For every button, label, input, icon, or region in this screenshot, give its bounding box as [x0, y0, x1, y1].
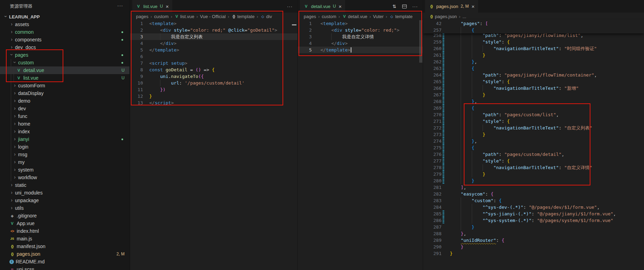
code-line-262[interactable]: 262},: [423, 58, 644, 65]
code-line-281[interactable]: 281],: [423, 184, 644, 191]
tree-item-LEARUN_APP[interactable]: ›LEARUN_APP: [0, 13, 129, 21]
scrollbar[interactable]: [419, 20, 422, 63]
code-line-289[interactable]: 289"uniIdRouter": {: [423, 237, 644, 244]
tab[interactable]: {}pages.json2, M×: [425, 0, 478, 13]
tree-item-unpackage[interactable]: ›unpackage: [0, 197, 129, 204]
tree-item-manifest.json[interactable]: {}manifest.json: [0, 243, 129, 250]
code-line-10[interactable]: 10url: '/pages/custom/detail': [130, 80, 297, 86]
code-line-11[interactable]: 11}): [130, 86, 297, 93]
breadcrumb-item[interactable]: {}template: [231, 14, 255, 19]
tree-item-dev[interactable]: ›dev: [0, 105, 129, 112]
code-line-13[interactable]: 13</script>: [130, 100, 297, 106]
code-line-4[interactable]: 4</div>: [298, 40, 423, 47]
code-area[interactable]: 1<template>2<div style="color: red;">3我是…: [298, 20, 423, 270]
code-line-291[interactable]: 291}: [423, 250, 644, 257]
close-icon[interactable]: ×: [166, 4, 169, 9]
code-line-280[interactable]: 280}: [423, 177, 644, 184]
code-line-272[interactable]: 272"navigationBarTitleText": "自定义列表": [423, 125, 644, 131]
breadcrumb-item[interactable]: Vue - Official: [200, 14, 226, 19]
code-line-270[interactable]: 270"path": "pages/custom/list",: [423, 111, 644, 118]
breadcrumb-item[interactable]: custom: [154, 14, 169, 19]
breadcrumb-item[interactable]: pages: [136, 14, 148, 19]
tree-item-index[interactable]: ›index: [0, 128, 129, 135]
tree-item-jianyi[interactable]: ›jianyi: [0, 135, 129, 143]
tree-item-utils[interactable]: ›utils: [0, 204, 129, 212]
tree-item-uni_modules[interactable]: ›uni_modules: [0, 189, 129, 197]
code-line-265[interactable]: 265"style": {: [423, 78, 644, 85]
tree-item-README.md[interactable]: iREADME.md: [0, 258, 129, 265]
tree-item-main.js[interactable]: JSmain.js: [0, 235, 129, 243]
code-line-1[interactable]: 1<template>: [130, 20, 297, 27]
tree-item-list.vue[interactable]: Vlist.vueU: [0, 74, 129, 82]
code-line-264[interactable]: 264"path": "pages/jianyi/flowTime/contai…: [423, 72, 644, 78]
tree-item-login[interactable]: ›login: [0, 143, 129, 151]
tree-item-assets[interactable]: ›assets: [0, 21, 129, 28]
code-line-288[interactable]: 288},: [423, 230, 644, 237]
breadcrumb-item[interactable]: pages: [304, 14, 316, 19]
code-line-267[interactable]: 267}: [423, 92, 644, 98]
tree-item-index.html[interactable]: <>index.html: [0, 227, 129, 235]
tree-item-customForm[interactable]: ›customForm: [0, 82, 129, 89]
code-line-257[interactable]: 257{: [423, 27, 644, 33]
code-line-287[interactable]: 287}: [423, 224, 644, 230]
tree-item-.gitignore[interactable]: ◆.gitignore: [0, 212, 129, 220]
close-icon[interactable]: ×: [339, 4, 342, 9]
code-line-5[interactable]: 5</template>: [298, 47, 423, 53]
code-line-2[interactable]: 2<div style="color: red;" @click="goDeta…: [130, 27, 297, 33]
code-line-42[interactable]: 42"pages": [: [423, 20, 644, 27]
code-line-2[interactable]: 2<div style="color: red;">: [298, 27, 423, 33]
tree-item-dev_docs[interactable]: ›dev_docs: [0, 43, 129, 51]
code-line-3[interactable]: 3我是自定义列表: [130, 33, 297, 40]
code-line-283[interactable]: 283"custom": {: [423, 197, 644, 204]
code-line-275[interactable]: 275{: [423, 144, 644, 151]
code-line-279[interactable]: 279}: [423, 171, 644, 177]
tree-item-common[interactable]: ›common: [0, 28, 129, 36]
code-line-276[interactable]: 276"path": "pages/custom/detail",: [423, 151, 644, 158]
breadcrumb-item[interactable]: ◇div: [260, 14, 272, 19]
code-line-278[interactable]: 278"navigationBarTitleText": "自定义详情": [423, 164, 644, 171]
code-line-277[interactable]: 277"style": {: [423, 158, 644, 164]
code-line-1[interactable]: 1<template>: [298, 20, 423, 27]
more-icon[interactable]: ···: [412, 4, 418, 9]
breadcrumb-item[interactable]: Vlist.vue: [174, 14, 194, 19]
compare-icon[interactable]: ⇅: [392, 4, 397, 9]
code-line-268[interactable]: 268},: [423, 98, 644, 105]
code-area[interactable]: 1<template>2<div style="color: red;" @cl…: [130, 20, 297, 270]
code-line-12[interactable]: 12}: [130, 93, 297, 100]
tree-item-func[interactable]: ›func: [0, 112, 129, 120]
tree-item-static[interactable]: ›static: [0, 181, 129, 189]
code-line-284[interactable]: 284"^sys-dev-(.*)": "@/pages/dev/$1/form…: [423, 204, 644, 211]
code-line-260[interactable]: 260"navigationBarTitleText": "时间组件验证": [423, 45, 644, 52]
breadcrumb-item[interactable]: Vuter: [373, 14, 384, 19]
breadcrumb-item[interactable]: ...: [462, 14, 466, 19]
code-line-274[interactable]: 274},: [423, 138, 644, 144]
code-line-269[interactable]: 269{: [423, 105, 644, 111]
code-line-273[interactable]: 273}: [423, 131, 644, 138]
code-line-259[interactable]: 259"style": {: [423, 39, 644, 45]
code-line-266[interactable]: 266"navigationBarTitleText": "新增": [423, 85, 644, 92]
tree-item-components[interactable]: ›components: [0, 36, 129, 43]
code-line-286[interactable]: 286"^sys-system-(.*)": "@/pages/system/$…: [423, 217, 644, 224]
breadcrumb-item[interactable]: Vdetail.vue: [342, 14, 367, 19]
code-line-290[interactable]: 290}: [423, 244, 644, 250]
breadcrumb-item[interactable]: {}pages.json: [429, 14, 457, 19]
tree-item-custom[interactable]: ›custom: [0, 59, 129, 66]
code-line-3[interactable]: 3我是自定义详情: [298, 33, 423, 40]
tree-item-system[interactable]: ›system: [0, 166, 129, 174]
code-line-263[interactable]: 263{: [423, 65, 644, 72]
tree-item-home[interactable]: ›home: [0, 120, 129, 128]
tree-item-uni.scss[interactable]: ≈uni.scss: [0, 265, 129, 270]
tab[interactable]: Vdetail.vueU×: [300, 0, 345, 13]
tree-item-detail.vue[interactable]: Vdetail.vueU: [0, 66, 129, 74]
code-line-7[interactable]: 7<script setup>: [130, 60, 297, 66]
tree-item-msg[interactable]: ›msg: [0, 151, 129, 158]
tree-item-demo[interactable]: ›demo: [0, 97, 129, 105]
breadcrumb-item[interactable]: ◇template: [389, 14, 413, 19]
code-line-6[interactable]: 6: [130, 53, 297, 60]
code-line-9[interactable]: 9uni.navigateTo({: [130, 73, 297, 80]
close-icon[interactable]: ×: [471, 4, 475, 9]
tree-item-dataDisplay[interactable]: ›dataDisplay: [0, 89, 129, 97]
tree-item-pages.json[interactable]: {}pages.json2, M: [0, 250, 129, 258]
explorer-more-actions-icon[interactable]: ···: [117, 3, 123, 8]
tab[interactable]: Vlist.vueU×: [132, 0, 172, 13]
